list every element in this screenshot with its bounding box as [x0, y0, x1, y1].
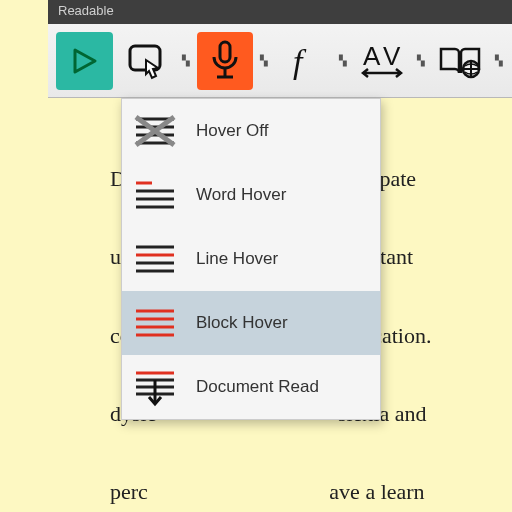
- dictionary-button[interactable]: [432, 32, 489, 90]
- window-titlebar: Readable: [48, 0, 512, 24]
- lines-mid-red-icon: [132, 239, 178, 279]
- lines-all-red-icon: [132, 303, 178, 343]
- mic-dropdown-caret[interactable]: ▚: [259, 32, 269, 90]
- menu-label: Block Hover: [196, 313, 288, 333]
- menu-item-hover-off[interactable]: Hover Off: [122, 99, 380, 163]
- menu-item-document-read[interactable]: Document Read: [122, 355, 380, 419]
- microphone-button[interactable]: [197, 32, 254, 90]
- svg-text:A: A: [363, 41, 381, 71]
- menu-item-block-hover[interactable]: Block Hover: [122, 291, 380, 355]
- doc-line: perc ave a learn: [110, 479, 425, 504]
- lines-crossed-icon: [132, 111, 178, 151]
- svg-marker-0: [75, 50, 95, 72]
- svg-rect-2: [220, 42, 230, 62]
- dictionary-dropdown-caret[interactable]: ▚: [494, 32, 504, 90]
- spacing-button[interactable]: A V: [353, 32, 410, 90]
- menu-label: Line Hover: [196, 249, 278, 269]
- svg-text:V: V: [383, 41, 401, 71]
- svg-text:f: f: [293, 43, 307, 80]
- hover-mode-button[interactable]: [119, 32, 176, 90]
- window-title: Readable: [58, 3, 114, 18]
- menu-item-word-hover[interactable]: Word Hover: [122, 163, 380, 227]
- menu-label: Document Read: [196, 377, 319, 397]
- spacing-dropdown-caret[interactable]: ▚: [416, 32, 426, 90]
- lines-arrow-down-icon: [132, 367, 178, 407]
- menu-item-line-hover[interactable]: Line Hover: [122, 227, 380, 291]
- hover-dropdown-caret[interactable]: ▚: [181, 32, 191, 90]
- font-button[interactable]: f: [275, 32, 332, 90]
- font-dropdown-caret[interactable]: ▚: [338, 32, 348, 90]
- menu-label: Hover Off: [196, 121, 268, 141]
- menu-label: Word Hover: [196, 185, 286, 205]
- lines-top-red-icon: [132, 175, 178, 215]
- toolbar: ▚ ▚ f ▚ A V ▚: [48, 24, 512, 98]
- hover-mode-dropdown: Hover Off Word Hover Line Hover Block Ho…: [121, 98, 381, 420]
- play-button[interactable]: [56, 32, 113, 90]
